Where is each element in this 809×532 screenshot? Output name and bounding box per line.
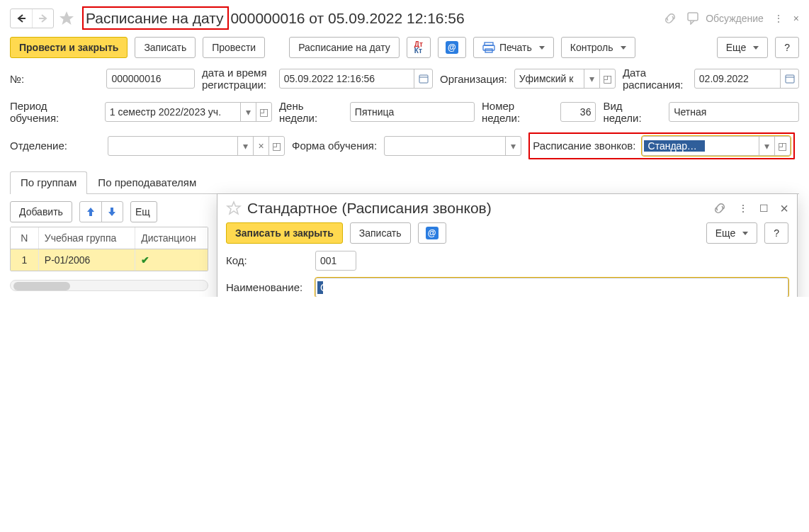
chevron-down-icon[interactable]: ▾ [505,137,521,155]
move-up-icon[interactable] [80,202,101,222]
tab-groups[interactable]: По группам [10,171,87,194]
cell-dist-check-icon: ✔ [135,249,208,271]
modal-title: Стандартное (Расписания звонков) [247,200,492,217]
name-label: Наименование: [226,281,308,293]
calendar-icon[interactable] [780,69,798,88]
name-input[interactable]: Стандартное [315,278,788,297]
close-icon[interactable]: × [780,200,788,217]
more-dots-icon[interactable]: ⋮ [738,203,748,214]
post-button[interactable]: Провести [203,37,265,58]
discussion-button[interactable]: Обсуждение [687,12,764,25]
bells-input[interactable]: Стандартное ▾ ◰ [642,136,791,156]
link-icon[interactable] [663,11,677,26]
add-button[interactable]: Добавить [10,201,72,222]
favorite-star-icon[interactable] [58,10,75,27]
open-icon[interactable]: ◰ [599,69,615,88]
code-input[interactable]: 001 [315,251,356,271]
regdate-label: дата и время регистрации: [202,67,272,91]
post-and-close-button[interactable]: Провести и закрыть [10,37,128,58]
bells-label: Расписание звонков: [533,140,635,152]
maximize-icon[interactable]: ☐ [759,203,769,214]
modal-write-button[interactable]: Записать [350,222,411,244]
day-input[interactable]: Пятница [350,102,475,122]
nav-back-button[interactable] [11,9,32,28]
svg-rect-9 [786,75,794,83]
discussion-label: Обсуждение [706,13,764,24]
write-button[interactable]: Записать [135,37,196,58]
org-input[interactable]: Уфимский к ▾ ◰ [514,69,616,89]
code-label: Код: [226,254,308,266]
modal-help-button[interactable]: ? [764,222,788,244]
link-icon[interactable] [713,201,727,215]
svg-rect-3 [688,13,698,21]
h-scrollbar[interactable] [10,280,208,291]
weeknum-input[interactable]: 36 [560,102,596,122]
groups-table: N Учебная группа Дистанцион 1 Р-01/2006 … [10,227,208,271]
move-down-icon[interactable] [101,202,123,222]
help-button[interactable]: ? [775,37,799,58]
nav-history[interactable] [10,9,54,28]
tab-teachers[interactable]: По преподавателям [87,171,207,194]
org-label: Организация: [440,73,507,85]
cell-group: Р-01/2006 [39,249,135,271]
eduform-label: Форма обучения: [292,140,377,152]
calendar-icon[interactable] [414,69,432,88]
col-n[interactable]: N [11,227,39,249]
modal-email-button[interactable]: @ [418,222,446,244]
regdate-input[interactable]: 05.09.2022 12:16:56 [279,69,433,89]
sched-date-label: Дата расписания: [623,67,687,91]
bells-highlight: Расписание звонков: Стандартное ▾ ◰ [528,132,794,159]
email-button[interactable]: @ [438,37,466,58]
col-group[interactable]: Учебная группа [39,227,135,249]
day-label: День недели: [279,100,343,125]
sched-date-input[interactable]: 02.09.2022 [694,69,799,89]
modal-save-close-button[interactable]: Записать и закрыть [226,222,343,244]
svg-marker-11 [227,202,240,214]
close-icon[interactable]: × [793,13,799,24]
favorite-star-icon[interactable] [226,200,242,216]
page-title: Расписание на дату 000000016 от 05.09.20… [82,10,465,27]
open-icon[interactable]: ◰ [774,137,790,155]
number-input[interactable]: 000000016 [106,69,194,89]
more-dots-icon[interactable]: ⋮ [774,13,783,24]
print-label: Печать [499,42,532,53]
period-input[interactable]: 1 семестр 2022/2023 уч. ▾ ◰ [105,102,272,122]
move-arrows[interactable] [79,201,123,222]
nav-forward-button[interactable] [32,9,53,28]
print-button[interactable]: Печать [473,37,554,58]
chevron-down-icon[interactable]: ▾ [240,103,256,121]
chevron-down-icon[interactable]: ▾ [237,137,253,155]
schedule-date-button[interactable]: Расписание на дату [289,37,400,58]
modal-more-button[interactable]: Еще [706,222,758,244]
more-sub-button[interactable]: Ещ [130,201,157,222]
eduform-input[interactable]: ▾ [384,136,521,156]
weeknum-label: Номер недели: [482,100,553,125]
cell-n: 1 [11,249,39,271]
open-icon[interactable]: ◰ [256,103,271,121]
chevron-down-icon[interactable]: ▾ [759,137,774,155]
col-dist[interactable]: Дистанцион [135,227,208,249]
clear-icon[interactable]: × [253,137,268,155]
open-icon[interactable]: ◰ [268,137,284,155]
period-label: Период обучения: [10,100,98,125]
weektype-label: Вид недели: [603,100,662,125]
dept-label: Отделение: [10,140,101,152]
more-button[interactable]: Еще [717,37,769,58]
weektype-input[interactable]: Четная [669,102,799,122]
number-label: №: [10,73,99,85]
svg-rect-7 [419,75,428,83]
svg-marker-2 [60,11,74,25]
control-button[interactable]: Контроль [561,37,635,58]
table-row[interactable]: 1 Р-01/2006 ✔ [11,249,208,271]
dept-input[interactable]: ▾ × ◰ [108,136,285,156]
chevron-down-icon[interactable]: ▾ [584,69,599,88]
dtkt-button[interactable]: ДтКт [407,37,431,58]
bells-schedule-modal: Стандартное (Расписания звонков) ⋮ ☐ × З… [217,193,798,297]
